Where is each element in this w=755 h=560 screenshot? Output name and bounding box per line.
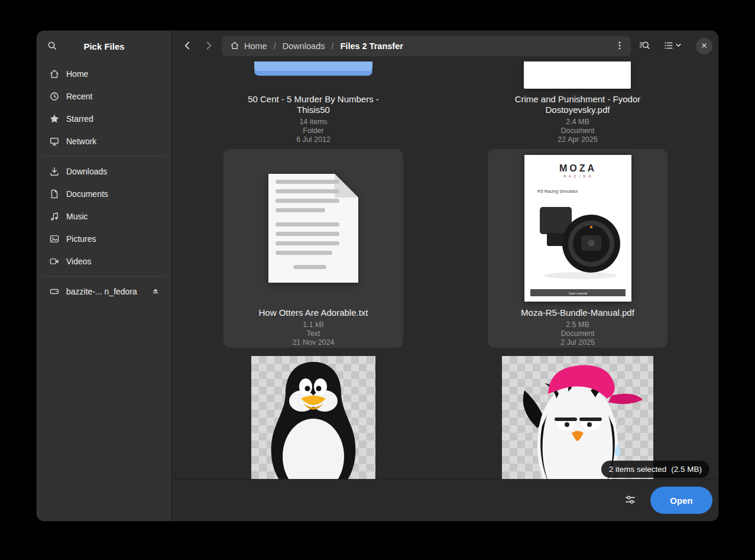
list-view-icon	[663, 40, 674, 53]
view-options-button[interactable]	[658, 37, 688, 55]
sidebar-item-recent[interactable]: Recent	[40, 85, 168, 108]
sidebar-item-label: Starred	[66, 114, 163, 124]
breadcrumb-downloads[interactable]: Downloads	[283, 41, 325, 51]
main-area: Home / Downloads / Files 2 Transfer	[172, 31, 718, 521]
sidebar-item-starred[interactable]: Starred	[40, 108, 168, 130]
file-date: 2 Jul 2025	[488, 338, 667, 347]
file-size: 2.4 MB	[488, 118, 667, 127]
file-item-moza-pdf[interactable]: MOZA R A C I N G R5 Racing Simulator	[488, 149, 667, 348]
file-size: 1.1 kB	[223, 321, 403, 329]
file-size: 2.5 MB	[488, 321, 667, 329]
breadcrumb-separator: /	[331, 41, 333, 51]
sidebar-item-label: Music	[66, 212, 163, 221]
moza-manual-thumbnail: MOZA R A C I N G R5 Racing Simulator	[488, 149, 667, 307]
file-caption: Moza-R5-Bundle-Manual.pdf 2.5 MB Documen…	[488, 307, 667, 347]
file-size: 14 items	[223, 118, 403, 127]
file-caption: How Otters Are Adorable.txt 1.1 kB Text …	[223, 307, 403, 347]
header-bar: Home / Downloads / Files 2 Transfer	[172, 31, 718, 61]
chevron-right-icon	[203, 40, 215, 53]
file-date: 6 Jul 2012	[223, 135, 403, 144]
sidebar-item-label: Home	[66, 69, 163, 79]
sidebar-header: Pick Files	[37, 31, 171, 61]
kebab-menu-icon	[614, 40, 625, 53]
close-icon	[700, 41, 708, 51]
sidebar-item-downloads[interactable]: Downloads	[40, 160, 168, 183]
moza-manual-cover: MOZA R A C I N G R5 Racing Simulator	[524, 155, 631, 302]
eject-icon	[151, 286, 160, 297]
sidebar: Pick Files Home Recent	[37, 31, 172, 521]
file-item-50cent[interactable]: 50 Cent - 5 Murder By Numbers - Thisis50…	[223, 94, 403, 144]
file-name: Crime and Punishment - Fyodor Dostoyevsk…	[498, 94, 657, 115]
forward-button[interactable]	[200, 38, 217, 54]
sidebar-item-label: Videos	[66, 257, 163, 266]
home-icon	[48, 68, 60, 80]
sidebar-item-videos[interactable]: Videos	[40, 250, 168, 273]
text-file-icon	[260, 170, 367, 286]
filter-options-button[interactable]	[618, 488, 642, 512]
sidebar-separator	[43, 156, 166, 157]
pdf-thumbnail-crime[interactable]	[524, 61, 631, 89]
file-type: Document	[488, 329, 667, 338]
svg-text:R A C I N G: R A C I N G	[563, 174, 592, 178]
sidebar-search-button[interactable]	[44, 38, 60, 54]
file-name: Moza-R5-Bundle-Manual.pdf	[498, 307, 657, 318]
path-options-button[interactable]	[611, 38, 628, 54]
breadcrumb-label: Home	[244, 41, 267, 51]
sidebar-separator	[43, 276, 166, 277]
search-folder-icon	[639, 40, 650, 53]
svg-text:MOZA: MOZA	[559, 163, 596, 173]
file-item-crime-pdf[interactable]: Crime and Punishment - Fyodor Dostoyevsk…	[488, 94, 667, 144]
starred-icon	[48, 113, 60, 125]
breadcrumb-home[interactable]: Home	[230, 41, 267, 52]
file-date: 21 Nov 2024	[223, 338, 403, 347]
sidebar-nav: Home Recent Starred	[37, 61, 171, 303]
filter-icon	[624, 494, 636, 507]
documents-icon	[48, 188, 60, 200]
sidebar-item-label: bazzite-... n_fedora	[66, 287, 142, 296]
home-icon	[230, 41, 239, 52]
videos-icon	[48, 255, 60, 267]
tux-penguin-illustration	[251, 356, 375, 479]
close-button[interactable]	[696, 38, 712, 54]
open-button[interactable]: Open	[650, 487, 712, 514]
file-grid: 50 Cent - 5 Murder By Numbers - Thisis50…	[172, 61, 718, 479]
sidebar-item-network[interactable]: Network	[40, 130, 168, 153]
tux-penguin-image[interactable]	[251, 356, 375, 479]
eject-button[interactable]	[148, 284, 163, 299]
svg-text:User manual: User manual	[568, 292, 586, 295]
drive-icon	[48, 286, 60, 297]
sidebar-item-device-bazzite[interactable]: bazzite-... n_fedora	[40, 280, 168, 303]
svg-text:R5 Racing Simulator: R5 Racing Simulator	[537, 189, 578, 194]
sidebar-item-label: Network	[66, 137, 163, 146]
breadcrumb-current-folder: Files 2 Transfer	[341, 41, 403, 51]
sidebar-item-music[interactable]: Music	[40, 205, 168, 228]
selection-size: (2.5 MB)	[671, 465, 702, 474]
file-date: 22 Apr 2025	[488, 135, 667, 144]
recent-icon	[48, 90, 60, 102]
search-icon	[47, 40, 57, 53]
music-icon	[48, 211, 60, 222]
breadcrumb-separator: /	[274, 41, 276, 51]
action-bar: Open	[172, 479, 718, 521]
search-files-button[interactable]	[636, 37, 653, 55]
pictures-icon	[48, 233, 60, 245]
sidebar-item-label: Downloads	[66, 167, 163, 176]
chevron-left-icon	[182, 40, 193, 53]
text-file-thumbnail	[223, 149, 403, 307]
file-name: 50 Cent - 5 Murder By Numbers - Thisis50	[234, 94, 393, 115]
sidebar-item-label: Documents	[66, 189, 163, 199]
file-type: Text	[223, 329, 403, 338]
file-type: Folder	[223, 127, 403, 135]
desktop-background: Pick Files Home Recent	[0, 0, 755, 560]
file-name: How Otters Are Adorable.txt	[234, 307, 393, 318]
sidebar-item-documents[interactable]: Documents	[40, 183, 168, 205]
sidebar-item-home[interactable]: Home	[40, 63, 168, 85]
folder-thumbnail[interactable]	[254, 61, 372, 76]
back-button[interactable]	[179, 38, 196, 54]
file-type: Document	[488, 127, 667, 135]
sidebar-item-label: Pictures	[66, 234, 163, 244]
file-picker-window: Pick Files Home Recent	[37, 31, 718, 521]
selection-count: 2 items selected	[609, 465, 667, 474]
sidebar-item-pictures[interactable]: Pictures	[40, 228, 168, 250]
file-item-otters-txt[interactable]: How Otters Are Adorable.txt 1.1 kB Text …	[223, 149, 403, 348]
